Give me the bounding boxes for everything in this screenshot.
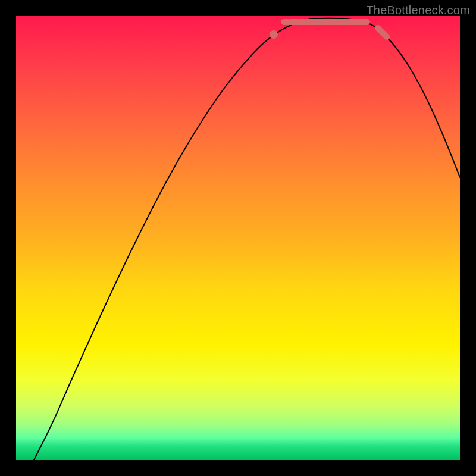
marker-left-dot [270,30,278,39]
marker-right-segment [378,28,387,37]
plot-svg [16,16,460,460]
gradient-plot-area [16,16,460,460]
watermark-text: TheBottleneck.com [366,4,470,17]
bottleneck-curve [34,18,460,460]
